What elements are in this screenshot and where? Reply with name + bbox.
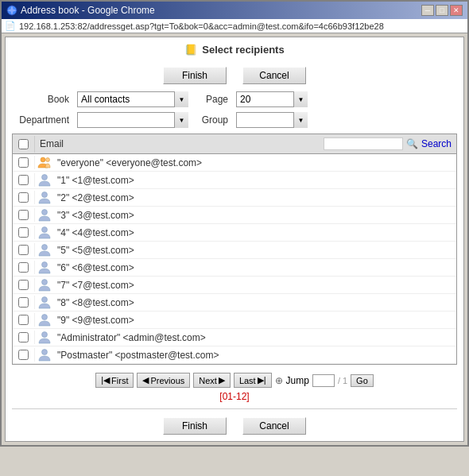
person-icon (35, 348, 54, 362)
department-select[interactable] (77, 112, 188, 128)
search-area: 🔍 Search (319, 134, 456, 153)
page-select[interactable]: 20 (236, 91, 308, 107)
last-label: Last (239, 376, 256, 385)
svg-point-5 (42, 209, 48, 215)
group-avatar-icon (37, 156, 52, 170)
row-checkbox[interactable] (18, 227, 29, 238)
close-button[interactable]: ✕ (450, 5, 463, 16)
row-checkbox-cell (13, 191, 35, 204)
finish-button-top[interactable]: Finish (163, 67, 227, 84)
person-avatar-icon (37, 173, 52, 188)
row-checkbox[interactable] (18, 192, 29, 203)
row-checkbox-cell (13, 226, 35, 239)
select-all-checkbox[interactable] (18, 139, 29, 149)
address-bar: 📄 192.168.1.253:82/addressget.asp?tgt=To… (2, 19, 467, 33)
page-select-wrap: 20 ▼ (236, 91, 308, 107)
contacts-table: Email 🔍 Search "everyone" <everyone@test… (12, 134, 457, 365)
next-label: Next (199, 376, 217, 385)
row-checkbox[interactable] (18, 315, 29, 325)
row-email: "everyone" <everyone@test.com> (54, 156, 456, 170)
title-bar-controls: ─ □ ✕ (421, 5, 463, 16)
jump-input[interactable] (312, 374, 335, 387)
table-row: "7" <7@test.com> (13, 277, 456, 294)
person-icon (35, 313, 54, 327)
bottom-toolbar: Finish Cancel (6, 412, 463, 441)
search-input[interactable] (324, 137, 403, 150)
row-checkbox-cell (13, 173, 35, 187)
email-column-header: Email (35, 135, 319, 153)
row-checkbox-cell (13, 156, 35, 169)
table-row: "6" <6@test.com> (13, 259, 456, 277)
person-icon (35, 208, 54, 223)
table-row: "9" <9@test.com> (13, 312, 456, 329)
group-select[interactable] (236, 112, 308, 128)
table-row: "4" <4@test.com> (13, 224, 456, 242)
svg-point-9 (42, 279, 48, 284)
row-email: "5" <5@test.com> (54, 243, 456, 257)
row-checkbox[interactable] (18, 262, 29, 273)
person-avatar-icon (37, 243, 52, 257)
row-email: "8" <8@test.com> (54, 296, 456, 310)
table-rows-container: "everyone" <everyone@test.com> "1" <1@te… (13, 154, 456, 364)
table-row: "3" <3@test.com> (13, 207, 456, 224)
row-checkbox[interactable] (18, 280, 29, 290)
row-email: "7" <7@test.com> (54, 278, 456, 292)
title-bar: Address book - Google Chrome ─ □ ✕ (2, 2, 467, 19)
row-checkbox[interactable] (18, 332, 29, 342)
table-row: "Postmaster" <postmaster@test.com> (13, 346, 456, 364)
jump-icon: ⊕ (275, 375, 283, 386)
group-icon (35, 156, 54, 170)
finish-button-bottom[interactable]: Finish (163, 417, 227, 435)
row-checkbox-cell (13, 296, 35, 309)
svg-point-3 (42, 174, 48, 180)
section-title-text: Select recipients (202, 44, 284, 56)
row-checkbox[interactable] (18, 297, 29, 308)
form-row-dept-group: Department ▼ Group ▼ (6, 110, 463, 130)
person-avatar-icon (37, 278, 52, 292)
search-label[interactable]: Search (421, 138, 452, 149)
row-email: "6" <6@test.com> (54, 261, 456, 275)
address-book-icon: 📒 (184, 44, 197, 56)
window: Address book - Google Chrome ─ □ ✕ 📄 192… (0, 0, 469, 447)
svg-point-6 (42, 226, 48, 232)
page-separator: / 1 (338, 376, 347, 385)
row-email: "1" <1@test.com> (54, 173, 456, 188)
previous-button[interactable]: ◀ Previous (137, 373, 190, 388)
first-button[interactable]: |◀ First (95, 373, 134, 388)
svg-point-12 (42, 331, 48, 337)
main-content: 📒 Select recipients Finish Cancel Book A… (5, 37, 464, 442)
person-icon (35, 243, 54, 257)
maximize-button[interactable]: □ (436, 5, 448, 16)
row-checkbox[interactable] (18, 245, 29, 255)
go-button[interactable]: Go (351, 374, 374, 387)
book-label: Book (14, 94, 69, 105)
row-checkbox[interactable] (18, 157, 29, 168)
table-header: Email 🔍 Search (13, 134, 456, 154)
form-row-book-page: Book All contacts ▼ Page 20 ▼ (6, 89, 463, 110)
person-icon (35, 331, 54, 345)
header-checkbox-cell (13, 136, 35, 153)
row-email: "4" <4@test.com> (54, 226, 456, 240)
table-row: "everyone" <everyone@test.com> (13, 154, 456, 172)
svg-point-4 (42, 192, 48, 197)
cancel-button-bottom[interactable]: Cancel (242, 417, 306, 435)
svg-point-13 (42, 349, 48, 354)
last-button[interactable]: Last ▶| (234, 373, 272, 388)
book-select[interactable]: All contacts (77, 91, 188, 107)
row-checkbox[interactable] (18, 175, 29, 185)
svg-point-10 (42, 296, 48, 302)
person-icon (35, 191, 54, 205)
minimize-button[interactable]: ─ (421, 5, 434, 16)
svg-point-7 (42, 244, 48, 250)
cancel-button-top[interactable]: Cancel (242, 67, 306, 84)
person-avatar-icon (37, 191, 52, 205)
first-icon: |◀ (101, 375, 110, 385)
row-checkbox[interactable] (18, 350, 29, 360)
person-icon (35, 296, 54, 310)
next-button[interactable]: Next ▶ (193, 373, 231, 388)
group-select-wrap: ▼ (236, 112, 308, 128)
page-icon: 📄 (5, 21, 16, 31)
row-email: "9" <9@test.com> (54, 313, 456, 327)
window-title: Address book - Google Chrome (21, 5, 155, 16)
row-checkbox[interactable] (18, 210, 29, 220)
